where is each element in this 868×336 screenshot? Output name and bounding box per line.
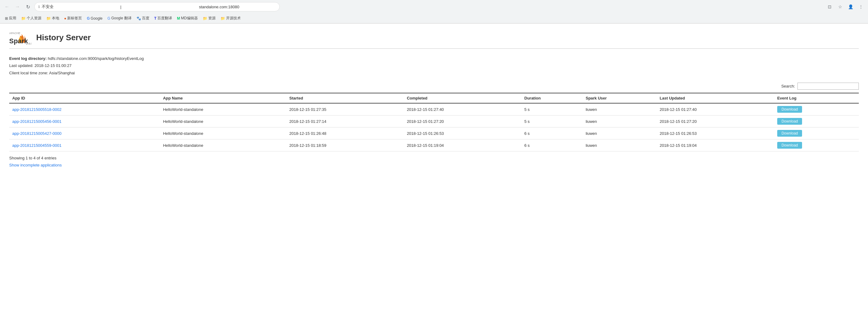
bookmark-baidu-translate[interactable]: T 百度翻译 xyxy=(152,15,174,22)
event-log-label: Event log directory: xyxy=(9,56,46,61)
table-row: app-20181215005456-0001HelloWorld-standa… xyxy=(9,115,859,128)
browser-actions: ⊡ ☆ 👤 ⋮ xyxy=(826,3,865,11)
cell-completed: 2018-12-15 01:27:20 xyxy=(404,115,521,128)
timezone-line: Client local time zone: Asia/Shanghai xyxy=(9,69,859,77)
cell-app-name: HelloWorld-standalone xyxy=(160,115,286,128)
cell-spark-user: liuwen xyxy=(583,128,656,139)
cell-event-log: Download xyxy=(774,115,859,128)
cell-started: 2018-12-15 01:27:14 xyxy=(286,115,404,128)
cell-app-name: HelloWorld-standalone xyxy=(160,139,286,151)
bookmark-baidu[interactable]: 🐾 百度 xyxy=(135,15,151,22)
app-id-link[interactable]: app-20181215004559-0001 xyxy=(12,143,62,148)
last-updated-value: 2018-12-15 01:00:27 xyxy=(34,63,71,68)
search-label: Search: xyxy=(781,84,795,88)
show-incomplete-link[interactable]: Show incomplete applications xyxy=(9,163,62,167)
search-area: Search: xyxy=(9,83,859,90)
bookmark-opensource[interactable]: 📁 开源技术 xyxy=(219,15,243,22)
bookmark-personal[interactable]: 📁 个人资源 xyxy=(19,15,43,22)
cell-started: 2018-12-15 01:26:48 xyxy=(286,128,404,139)
svg-text:APACHE: APACHE xyxy=(9,32,20,35)
cell-completed: 2018-12-15 01:27:40 xyxy=(404,103,521,115)
col-header-spark-user: Spark User xyxy=(583,93,656,103)
table-body: app-20181215005518-0002HelloWorld-standa… xyxy=(9,103,859,151)
bookmark-md[interactable]: M MD编辑器 xyxy=(175,15,200,22)
bookmark-local-label: 本地 xyxy=(52,16,59,21)
bookmark-gtranslate-label: Google 翻译 xyxy=(111,16,131,21)
timezone-label: Client local time zone: xyxy=(9,71,48,75)
table-header: App ID App Name Started Completed Durati… xyxy=(9,93,859,103)
cell-last-updated: 2018-12-15 01:19:04 xyxy=(657,139,774,151)
cell-spark-user: liuwen xyxy=(583,115,656,128)
reload-button[interactable]: ↻ xyxy=(24,3,32,11)
cell-app-name: HelloWorld-standalone xyxy=(160,103,286,115)
cell-last-updated: 2018-12-15 01:27:20 xyxy=(657,115,774,128)
cell-app-id: app-20181215005518-0002 xyxy=(9,103,160,115)
bookmark-apps[interactable]: ⊞ 应用 xyxy=(3,15,18,22)
bookmarks-bar: ⊞ 应用 📁 个人资源 📁 本地 ● 新标签页 G Google G Googl… xyxy=(0,13,868,23)
header-row: App ID App Name Started Completed Durati… xyxy=(9,93,859,103)
cell-duration: 5 s xyxy=(521,103,583,115)
cell-started: 2018-12-15 01:27:35 xyxy=(286,103,404,115)
bookmark-resources[interactable]: 📁 资源 xyxy=(201,15,217,22)
app-id-link[interactable]: app-20181215005518-0002 xyxy=(12,107,62,112)
cell-last-updated: 2018-12-15 01:26:53 xyxy=(657,128,774,139)
search-input[interactable] xyxy=(798,83,859,90)
baidu-icon: 🐾 xyxy=(136,16,141,21)
bookmark-new-tab[interactable]: ● 新标签页 xyxy=(62,15,84,22)
col-header-duration: Duration xyxy=(521,93,583,103)
bookmark-local[interactable]: 📁 本地 xyxy=(44,15,61,22)
gtranslate-icon: G xyxy=(107,16,110,21)
cell-event-log: Download xyxy=(774,139,859,151)
cell-duration: 5 s xyxy=(521,115,583,128)
forward-button[interactable]: → xyxy=(13,3,22,11)
bookmark-opensource-label: 开源技术 xyxy=(226,16,241,21)
menu-button[interactable]: ⋮ xyxy=(857,3,865,11)
cell-app-name: HelloWorld-standalone xyxy=(160,128,286,139)
table-row: app-20181215005427-0000HelloWorld-standa… xyxy=(9,128,859,139)
col-header-completed: Completed xyxy=(404,93,521,103)
page-title: History Server xyxy=(36,33,91,43)
cell-completed: 2018-12-15 01:26:53 xyxy=(404,128,521,139)
bookmark-bdtranslate-label: 百度翻译 xyxy=(157,16,172,21)
table-row: app-20181215004559-0001HelloWorld-standa… xyxy=(9,139,859,151)
cell-duration: 6 s xyxy=(521,128,583,139)
address-bar[interactable]: ℹ 不安全 | standalone.com:18080 xyxy=(34,2,280,11)
bookmark-newtab-label: 新标签页 xyxy=(67,16,82,21)
back-button[interactable]: ← xyxy=(3,3,11,11)
cell-duration: 6 s xyxy=(521,139,583,151)
cell-spark-user: liuwen xyxy=(583,139,656,151)
download-button[interactable]: Download xyxy=(777,130,802,137)
event-log-line: Event log directory: hdfs://standalone.c… xyxy=(9,55,859,62)
col-header-event-log: Event Log xyxy=(774,93,859,103)
app-id-link[interactable]: app-20181215005427-0000 xyxy=(12,131,62,136)
bookmark-md-label: MD编辑器 xyxy=(181,16,198,21)
folder-local-icon: 📁 xyxy=(46,16,51,21)
profile-button[interactable]: 👤 xyxy=(846,3,855,11)
address-url: standalone.com:18080 xyxy=(199,5,276,9)
translate-button[interactable]: ⊡ xyxy=(826,3,834,11)
svg-text:2.4.0: 2.4.0 xyxy=(26,42,31,45)
security-label: 不安全 xyxy=(42,4,118,9)
cell-app-id: app-20181215005427-0000 xyxy=(9,128,160,139)
cell-last-updated: 2018-12-15 01:27:40 xyxy=(657,103,774,115)
entries-text: Showing 1 to 4 of 4 entries xyxy=(9,156,859,160)
apps-icon: ⊞ xyxy=(5,16,8,21)
cell-started: 2018-12-15 01:18:59 xyxy=(286,139,404,151)
bookmark-button[interactable]: ☆ xyxy=(836,3,844,11)
last-updated-label: Last updated: xyxy=(9,63,33,68)
cell-app-id: app-20181215005456-0001 xyxy=(9,115,160,128)
bookmark-google-translate[interactable]: G Google 翻译 xyxy=(105,15,133,22)
download-button[interactable]: Download xyxy=(777,142,802,149)
security-icon: ℹ xyxy=(38,5,40,9)
cell-event-log: Download xyxy=(774,103,859,115)
cell-app-id: app-20181215004559-0001 xyxy=(9,139,160,151)
bookmark-google[interactable]: G Google xyxy=(85,16,104,21)
bookmark-google-label: Google xyxy=(91,16,103,21)
svg-text:Spark: Spark xyxy=(9,37,28,45)
md-icon: M xyxy=(177,16,180,21)
app-id-link[interactable]: app-20181215005456-0001 xyxy=(12,119,62,124)
download-button[interactable]: Download xyxy=(777,106,802,113)
cell-spark-user: liuwen xyxy=(583,103,656,115)
cell-event-log: Download xyxy=(774,128,859,139)
download-button[interactable]: Download xyxy=(777,118,802,125)
